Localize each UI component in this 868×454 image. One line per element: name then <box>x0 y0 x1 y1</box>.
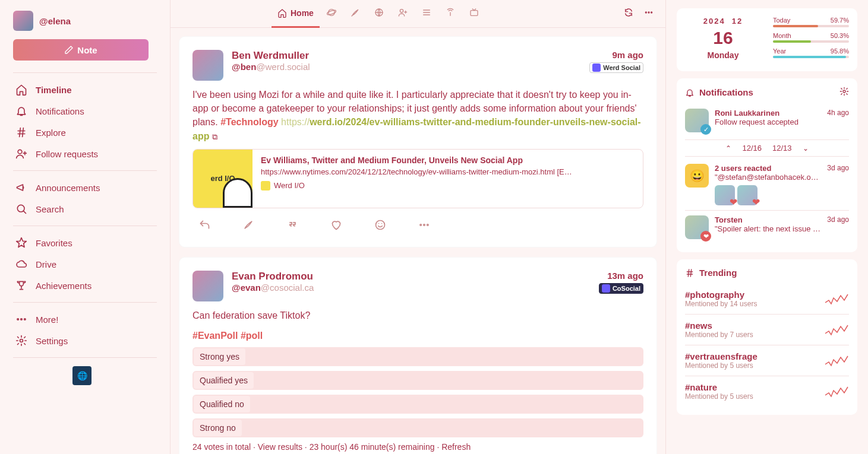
card-url: https://www.nytimes.com/2024/12/12/techn… <box>261 167 572 176</box>
post-avatar[interactable] <box>192 50 223 81</box>
nav-label: Notifications <box>36 106 84 116</box>
heart-icon: ❤ <box>700 231 711 242</box>
reply-icon[interactable] <box>198 219 210 234</box>
tab-users[interactable] <box>391 8 415 20</box>
more-icon[interactable] <box>644 8 654 20</box>
poll: Strong yes Qualified yes Qualified no St… <box>192 347 643 452</box>
tab-antenna[interactable] <box>438 8 462 20</box>
nav-explore[interactable]: Explore <box>13 122 157 143</box>
nav-settings[interactable]: Settings <box>13 330 157 351</box>
hash-icon <box>685 268 695 278</box>
view-results-link[interactable]: View results <box>258 442 302 452</box>
notif-time: 3d ago <box>827 164 849 205</box>
gear-icon[interactable] <box>839 87 849 98</box>
nav-achievements[interactable]: Achievements <box>13 275 157 296</box>
right-sidebar: 2024 12 16 Monday Today59.7%Month50.3%Ye… <box>666 0 868 454</box>
sparkline <box>825 354 849 368</box>
post-display-name[interactable]: Evan Prodromou <box>232 271 591 282</box>
compose-button[interactable]: Note <box>13 39 149 61</box>
boost-icon[interactable] <box>242 219 254 234</box>
more-icon[interactable] <box>418 219 430 234</box>
reaction-avatar[interactable]: ❤ <box>737 185 757 205</box>
poll-option[interactable]: Strong no <box>192 418 643 437</box>
sparkline <box>825 292 849 306</box>
hash-icon <box>15 126 27 138</box>
svg-point-15 <box>420 224 422 226</box>
nav-favorites[interactable]: Favorites <box>13 232 157 253</box>
avatar: ✓ <box>685 109 709 132</box>
notification-item[interactable]: 😀 2 users reacted "@stefan@stefanbohacek… <box>685 159 849 210</box>
tab-tv[interactable] <box>462 8 486 20</box>
notif-time: 4h ago <box>827 109 849 132</box>
poll-option[interactable]: Strong yes <box>192 347 643 366</box>
reaction-avatar[interactable]: ❤ <box>715 185 735 205</box>
heart-icon[interactable] <box>330 219 342 234</box>
dots-icon <box>15 313 27 325</box>
trending-sub: Mentioned by 5 users <box>685 361 819 370</box>
hashtags[interactable]: #EvanPoll #poll <box>192 331 643 341</box>
svg-point-16 <box>424 224 425 226</box>
divider <box>13 357 157 358</box>
progress-bar <box>773 40 849 43</box>
post-actions <box>192 219 643 234</box>
tab-globe[interactable] <box>367 8 391 20</box>
notification-item[interactable]: ❤ Torsten "Spoiler alert: the next issue… <box>685 210 849 244</box>
poll-option[interactable]: Qualified yes <box>192 371 643 390</box>
svg-point-5 <box>20 339 23 342</box>
post-avatar[interactable] <box>192 271 223 301</box>
cloud-icon <box>15 258 27 270</box>
nav-search[interactable]: Search <box>13 198 157 220</box>
quote-icon[interactable] <box>286 219 298 234</box>
post-username[interactable]: @ben@werd.social <box>232 62 581 72</box>
feed: Ben Werdmuller @ben@werd.social 9m ago W… <box>171 28 665 454</box>
tab-list[interactable] <box>415 8 438 20</box>
progress-row: Year95.8% <box>773 47 849 55</box>
nav-more[interactable]: More! <box>13 309 157 330</box>
tab-rocket[interactable] <box>343 8 367 20</box>
poll-option[interactable]: Qualified no <box>192 395 643 414</box>
post-display-name[interactable]: Ben Werdmuller <box>232 50 581 62</box>
nav-timeline[interactable]: Timeline <box>13 79 157 100</box>
svg-point-0 <box>18 150 22 154</box>
widget-title: Trending <box>699 268 737 278</box>
trending-item[interactable]: #photographyMentioned by 14 users <box>685 284 849 314</box>
notification-item[interactable]: ✓ Roni Laukkarinen Follow request accept… <box>685 104 849 137</box>
date-separator[interactable]: ⌃ 12/16 12/13 ⌄ <box>685 139 849 157</box>
trending-item[interactable]: #vertrauensfrageMentioned by 5 users <box>685 345 849 376</box>
post-instance-badge[interactable]: Werd Social <box>589 62 643 73</box>
tab-planet[interactable] <box>320 8 343 20</box>
post-instance-badge[interactable]: CoSocial <box>599 283 643 294</box>
nav-follow-requests[interactable]: Follow requests <box>13 143 157 164</box>
trending-item[interactable]: #newsMentioned by 7 users <box>685 314 849 345</box>
source-icon <box>261 181 270 191</box>
chevron-down-icon: ⌄ <box>803 144 809 153</box>
emoji-icon[interactable] <box>374 219 386 234</box>
progress-row: Month50.3% <box>773 32 849 39</box>
nav-label: Achievements <box>36 281 91 291</box>
nav-notifications[interactable]: Notifications <box>13 100 157 122</box>
nav-announcements[interactable]: Announcements <box>13 177 157 198</box>
tab-home[interactable]: Home <box>272 0 320 28</box>
nav-drive[interactable]: Drive <box>13 253 157 275</box>
heart-icon: ❤ <box>752 196 760 208</box>
chevron-up-icon: ⌃ <box>725 144 731 153</box>
link-card[interactable]: erd I/O Ev Williams, Twitter and Medium … <box>192 149 643 208</box>
profile-row[interactable]: @elena <box>13 11 157 31</box>
external-link-icon: ⧉ <box>212 132 217 141</box>
nav-label: Settings <box>36 336 68 346</box>
post-username[interactable]: @evan@cosocial.ca <box>232 282 591 293</box>
server-icon[interactable]: 🌐 <box>72 366 91 385</box>
trending-item[interactable]: #natureMentioned by 5 users <box>685 376 849 407</box>
trending-tag: #news <box>685 320 819 331</box>
notifications-widget: Notifications ✓ Roni Laukkarinen Follow … <box>677 78 857 252</box>
refresh-link[interactable]: Refresh <box>441 442 471 452</box>
hashtag[interactable]: #Technology <box>220 117 279 127</box>
post-time: 9m ago <box>589 50 643 60</box>
card-thumbnail: erd I/O <box>193 150 252 208</box>
progress-row: Today59.7% <box>773 17 849 24</box>
trophy-icon <box>15 280 27 291</box>
refresh-icon[interactable] <box>624 8 633 20</box>
date-day: 16 <box>685 28 761 48</box>
svg-point-7 <box>327 9 336 15</box>
nav-label: More! <box>36 315 58 325</box>
